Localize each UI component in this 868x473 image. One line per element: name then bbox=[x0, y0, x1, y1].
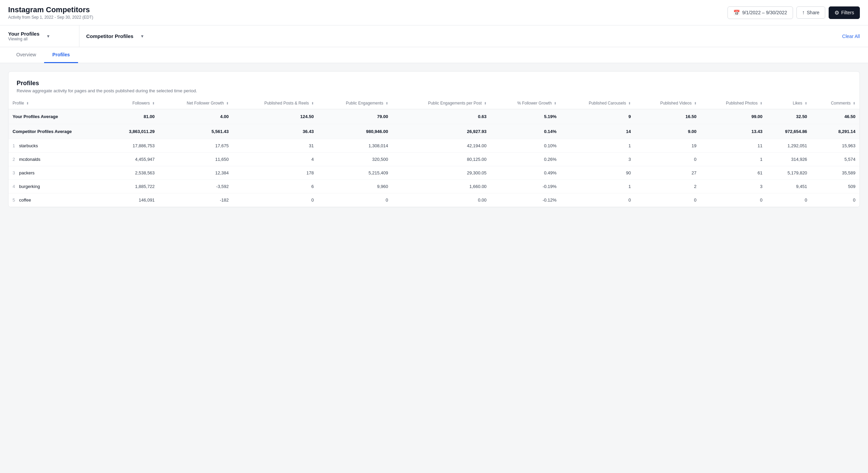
cell-likes: 1,292,051 bbox=[767, 139, 811, 153]
tab-overview[interactable]: Overview bbox=[8, 47, 44, 63]
col-public-engagements[interactable]: Public Engagements ⬍ bbox=[318, 97, 392, 109]
sort-icon-carousels: ⬍ bbox=[628, 101, 631, 105]
cell-followers: 17,886,753 bbox=[109, 139, 159, 153]
chevron-down-icon: ▼ bbox=[46, 34, 50, 39]
competitor-profiles-label: Competitor Profiles bbox=[86, 33, 133, 39]
col-published-carousels-label: Published Carousels bbox=[589, 101, 626, 106]
col-published-videos[interactable]: Published Videos ⬍ bbox=[635, 97, 700, 109]
your-profiles-dropdown[interactable]: Your Profiles Viewing all ▼ bbox=[8, 25, 79, 47]
calendar-icon: 📅 bbox=[733, 10, 740, 16]
profile-name[interactable]: coffee bbox=[19, 197, 31, 203]
your-profiles-text: Your Profiles Viewing all bbox=[8, 31, 39, 41]
avg-cell-comments: 8,291.14 bbox=[811, 124, 860, 139]
cell-published_carousels: 0 bbox=[561, 193, 635, 207]
share-button[interactable]: ↑ Share bbox=[796, 6, 825, 19]
cell-public_engagements: 320,500 bbox=[318, 153, 392, 166]
col-net-follower-growth[interactable]: Net Follower Growth ⬍ bbox=[159, 97, 233, 109]
col-likes[interactable]: Likes ⬍ bbox=[767, 97, 811, 109]
row-number: 3 bbox=[13, 170, 15, 175]
sort-icon-videos: ⬍ bbox=[694, 101, 697, 105]
cell-pct_follower_growth: 0.26% bbox=[491, 153, 561, 166]
col-followers[interactable]: Followers ⬍ bbox=[109, 97, 159, 109]
avg-cell-published_carousels: 14 bbox=[561, 124, 635, 139]
col-eng-per-post[interactable]: Public Engagements per Post ⬍ bbox=[392, 97, 491, 109]
cell-pct_follower_growth: -0.19% bbox=[491, 180, 561, 193]
chevron-down-icon-2: ▼ bbox=[140, 34, 144, 39]
cell-published_photos: 1 bbox=[701, 153, 767, 166]
cell-published_videos: 2 bbox=[635, 180, 700, 193]
cell-published_carousels: 1 bbox=[561, 139, 635, 153]
date-range-button[interactable]: 📅 9/1/2022 – 9/30/2022 bbox=[728, 6, 793, 19]
avg-cell-pct_follower_growth: 0.14% bbox=[491, 124, 561, 139]
avg-cell-published_videos: 9.00 bbox=[635, 124, 700, 139]
cell-net_follower_growth: -3,592 bbox=[159, 180, 233, 193]
profile-name[interactable]: starbucks bbox=[19, 143, 38, 148]
avg-cell-likes: 972,654.86 bbox=[767, 124, 811, 139]
col-published-photos-label: Published Photos bbox=[726, 101, 757, 106]
cell-comments: 509 bbox=[811, 180, 860, 193]
profile-name[interactable]: packers bbox=[19, 170, 35, 175]
clear-all-button[interactable]: Clear All bbox=[842, 34, 860, 39]
cell-published_carousels: 90 bbox=[561, 166, 635, 180]
row-profile: 1starbucks bbox=[8, 139, 109, 153]
sort-icon-pct: ⬍ bbox=[554, 101, 556, 105]
col-published-videos-label: Published Videos bbox=[660, 101, 692, 106]
col-followers-label: Followers bbox=[132, 101, 150, 106]
cell-published_photos: 3 bbox=[701, 180, 767, 193]
cell-published_carousels: 1 bbox=[561, 180, 635, 193]
competitor-profiles-dropdown[interactable]: Competitor Profiles ▼ bbox=[86, 25, 157, 47]
col-profile[interactable]: Profile ⬍ bbox=[8, 97, 109, 109]
cell-public_engagements: 5,215,409 bbox=[318, 166, 392, 180]
tab-profiles[interactable]: Profiles bbox=[44, 47, 78, 63]
profile-name[interactable]: burgerking bbox=[19, 184, 40, 189]
cell-likes: 9,451 bbox=[767, 180, 811, 193]
avg-cell-published_carousels: 9 bbox=[561, 109, 635, 124]
row-number: 5 bbox=[13, 197, 15, 203]
page-subtitle: Activity from Sep 1, 2022 - Sep 30, 2022… bbox=[8, 15, 93, 20]
col-comments[interactable]: Comments ⬍ bbox=[811, 97, 860, 109]
avg-cell-published_videos: 16.50 bbox=[635, 109, 700, 124]
avg-cell-comments: 46.50 bbox=[811, 109, 860, 124]
col-published-photos[interactable]: Published Photos ⬍ bbox=[701, 97, 767, 109]
cell-followers: 1,885,722 bbox=[109, 180, 159, 193]
col-pct-follower-growth-label: % Follower Growth bbox=[517, 101, 551, 106]
sort-icon-eng-post: ⬍ bbox=[484, 101, 487, 105]
page-title: Instagram Competitors bbox=[8, 5, 93, 14]
card-title: Profiles bbox=[17, 80, 851, 87]
cell-public_eng_per_post: 1,660.00 bbox=[392, 180, 491, 193]
your-profiles-sub: Viewing all bbox=[8, 37, 39, 41]
filter-icon: ⚙ bbox=[834, 10, 839, 16]
profiles-table: Profile ⬍ Followers ⬍ Net Follower Growt… bbox=[8, 97, 860, 207]
sort-icon-eng: ⬍ bbox=[385, 101, 388, 105]
col-likes-label: Likes bbox=[793, 101, 802, 106]
your-profiles-avg-row: Your Profiles Average81.004.00124.5079.0… bbox=[8, 109, 860, 124]
cell-published_photos: 0 bbox=[701, 193, 767, 207]
col-pct-follower-growth[interactable]: % Follower Growth ⬍ bbox=[491, 97, 561, 109]
cell-followers: 2,538,563 bbox=[109, 166, 159, 180]
cell-comments: 15,963 bbox=[811, 139, 860, 153]
avg-cell-net_follower_growth: 4.00 bbox=[159, 109, 233, 124]
col-net-follower-growth-label: Net Follower Growth bbox=[187, 101, 224, 106]
row-number: 1 bbox=[13, 143, 15, 148]
cell-public_engagements: 0 bbox=[318, 193, 392, 207]
avg-cell-pct_follower_growth: 5.19% bbox=[491, 109, 561, 124]
row-profile: 4burgerking bbox=[8, 180, 109, 193]
main-tabs: Overview Profiles bbox=[0, 47, 868, 63]
sort-icon-comments: ⬍ bbox=[853, 101, 855, 105]
profile-name[interactable]: mcdonalds bbox=[19, 157, 40, 162]
col-published-carousels[interactable]: Published Carousels ⬍ bbox=[561, 97, 635, 109]
filters-label: Filters bbox=[841, 10, 854, 15]
filters-button[interactable]: ⚙ Filters bbox=[829, 6, 860, 19]
sort-icon-net-growth: ⬍ bbox=[226, 101, 229, 105]
cell-published_posts_reels: 0 bbox=[233, 193, 318, 207]
col-published-posts-reels[interactable]: Published Posts & Reels ⬍ bbox=[233, 97, 318, 109]
cell-pct_follower_growth: -0.12% bbox=[491, 193, 561, 207]
cell-likes: 5,179,820 bbox=[767, 166, 811, 180]
cell-followers: 146,091 bbox=[109, 193, 159, 207]
page-header: Instagram Competitors Activity from Sep … bbox=[0, 0, 868, 25]
avg-cell-likes: 32.50 bbox=[767, 109, 811, 124]
cell-published_photos: 61 bbox=[701, 166, 767, 180]
cell-followers: 4,455,947 bbox=[109, 153, 159, 166]
table-row: 3packers2,538,56312,3841785,215,40929,30… bbox=[8, 166, 860, 180]
table-row: 5coffee146,091-182000.00-0.12%00000 bbox=[8, 193, 860, 207]
